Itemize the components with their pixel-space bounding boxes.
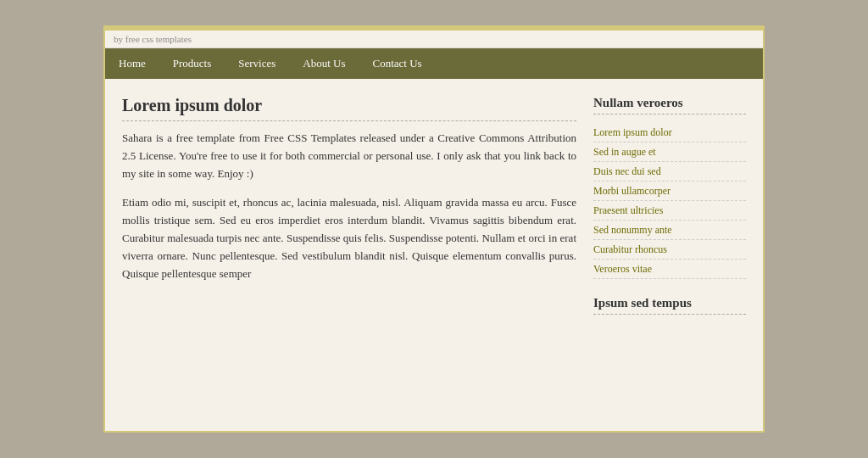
sidebar-link[interactable]: Sed in augue et [593,146,656,158]
nav-item-home[interactable]: Home [105,48,159,79]
sidebar: Nullam veroeros Lorem ipsum dolorSed in … [593,96,746,315]
sidebar-link-item: Sed in augue et [593,142,746,162]
sidebar-link-item: Duis nec dui sed [593,162,746,182]
sidebar-heading-1: Nullam veroeros [593,96,746,114]
nav-item-about-us[interactable]: About Us [289,48,359,79]
sidebar-link[interactable]: Lorem ipsum dolor [593,126,672,138]
main-paragraph-1: Sahara is a free template from Free CSS … [122,130,576,182]
main-paragraph-2: Etiam odio mi, suscipit et, rhoncus ac, … [122,194,576,282]
sidebar-links: Lorem ipsum dolorSed in augue etDuis nec… [593,123,746,279]
sidebar-link-item: Morbi ullamcorper [593,182,746,201]
page-wrapper: by free css templates HomeProductsServic… [103,25,765,433]
sidebar-link-item: Sed nonummy ante [593,221,746,240]
sidebar-link[interactable]: Curabitur rhoncus [593,243,667,255]
sidebar-link-item: Lorem ipsum dolor [593,123,746,142]
sidebar-link[interactable]: Morbi ullamcorper [593,185,670,197]
nav-item-products[interactable]: Products [159,48,225,79]
sidebar-link[interactable]: Veroeros vitae [593,263,652,275]
nav-item-contact-us[interactable]: Contact Us [359,48,436,79]
main-content: Lorem ipsum dolor Sahara is a free templ… [122,96,576,315]
nav-bar: HomeProductsServicesAbout UsContact Us [105,48,763,79]
main-heading: Lorem ipsum dolor [122,96,576,121]
sidebar-heading-2: Ipsum sed tempus [593,296,746,315]
top-bar-text: by free css templates [114,34,192,44]
top-bar: by free css templates [105,31,763,48]
sidebar-link[interactable]: Duis nec dui sed [593,165,661,177]
sidebar-link-item: Curabitur rhoncus [593,240,746,260]
sidebar-link[interactable]: Praesent ultricies [593,204,663,216]
sidebar-link-item: Veroeros vitae [593,260,746,279]
sidebar-link[interactable]: Sed nonummy ante [593,224,672,236]
nav-item-services[interactable]: Services [225,48,289,79]
content-area: Lorem ipsum dolor Sahara is a free templ… [105,79,763,332]
sidebar-link-item: Praesent ultricies [593,201,746,221]
